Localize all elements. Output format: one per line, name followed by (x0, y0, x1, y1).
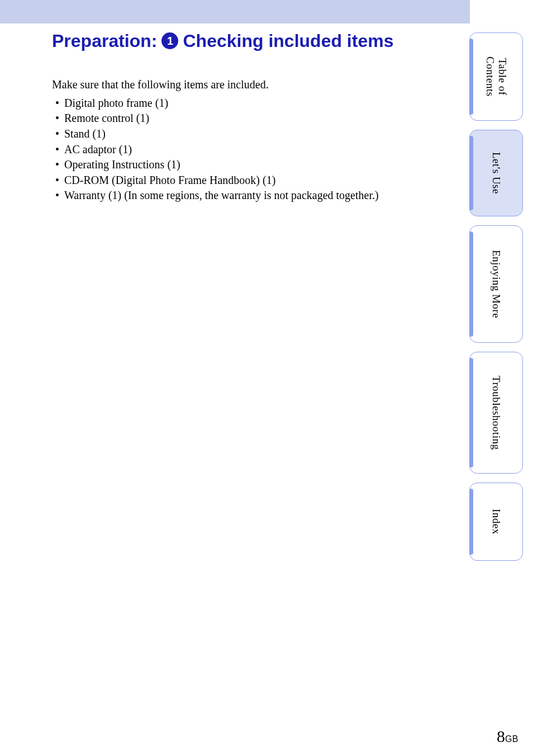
tab-index[interactable]: Index (469, 483, 523, 561)
title-suffix: Checking included items (183, 31, 393, 51)
page-number-suffix: GB (505, 734, 518, 744)
tab-troubleshooting[interactable]: Troubleshooting (469, 352, 523, 474)
list-item: AC adaptor (1) (52, 142, 463, 158)
tab-enjoying-more[interactable]: Enjoying More (469, 225, 523, 343)
page-number: 8GB (497, 727, 518, 746)
page-title: Preparation: 1 Checking included items (52, 31, 463, 51)
side-tabs: Table of Contents Let's Use Enjoying Mor… (469, 32, 523, 561)
tab-edge-accent (470, 489, 473, 555)
tab-table-of-contents[interactable]: Table of Contents (469, 32, 523, 121)
tab-edge-accent (470, 358, 473, 467)
tab-lets-use[interactable]: Let's Use (469, 130, 523, 216)
step-number: 1 (167, 35, 173, 48)
list-item: Remote control (1) (52, 111, 463, 126)
tab-edge-accent (470, 136, 473, 210)
intro-text: Make sure that the following items are i… (52, 78, 463, 91)
tab-label: Table of Contents (484, 56, 508, 97)
title-prefix: Preparation: (52, 31, 157, 51)
tab-edge-accent (470, 39, 473, 115)
list-item: Digital photo frame (1) (52, 96, 463, 111)
list-item: Stand (1) (52, 126, 463, 142)
tab-edge-accent (470, 231, 473, 337)
main-content: Preparation: 1 Checking included items M… (52, 31, 463, 204)
tab-label: Let's Use (490, 152, 502, 194)
tab-label: Enjoying More (490, 250, 502, 318)
included-items-list: Digital photo frame (1) Remote control (… (52, 96, 463, 204)
list-item: Warranty (1) (In some regions, the warra… (52, 188, 463, 204)
tab-label: Index (490, 509, 502, 535)
tab-label: Troubleshooting (490, 376, 502, 450)
step-number-badge: 1 (161, 32, 178, 49)
list-item: Operating Instructions (1) (52, 157, 463, 173)
top-header-bar (0, 0, 470, 23)
page-number-value: 8 (497, 727, 505, 745)
list-item: CD-ROM (Digital Photo Frame Handbook) (1… (52, 173, 463, 188)
